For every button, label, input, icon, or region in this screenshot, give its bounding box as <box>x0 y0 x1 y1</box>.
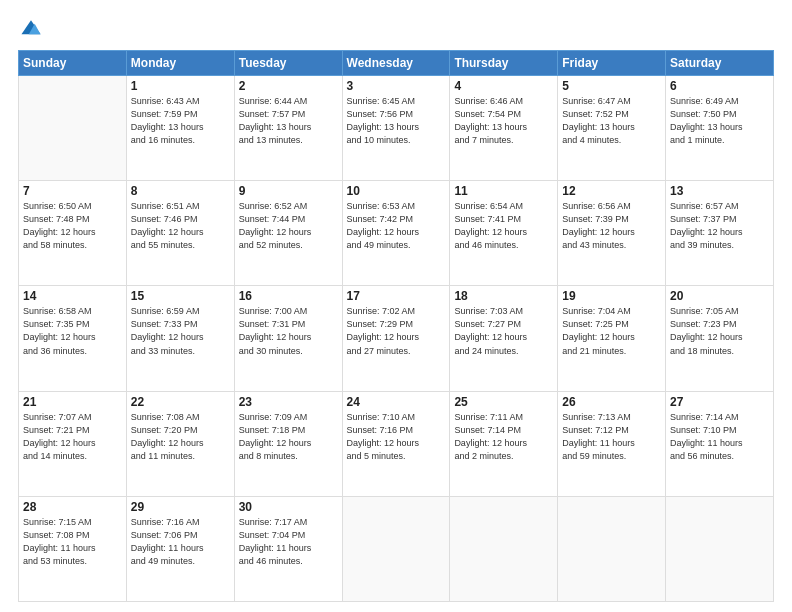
calendar-cell: 2Sunrise: 6:44 AM Sunset: 7:57 PM Daylig… <box>234 76 342 181</box>
day-number: 7 <box>23 184 122 198</box>
calendar-cell <box>342 496 450 601</box>
calendar-cell: 16Sunrise: 7:00 AM Sunset: 7:31 PM Dayli… <box>234 286 342 391</box>
weekday-header-tuesday: Tuesday <box>234 51 342 76</box>
day-info: Sunrise: 7:07 AM Sunset: 7:21 PM Dayligh… <box>23 411 122 463</box>
day-number: 25 <box>454 395 553 409</box>
day-number: 23 <box>239 395 338 409</box>
calendar-cell <box>558 496 666 601</box>
day-info: Sunrise: 6:47 AM Sunset: 7:52 PM Dayligh… <box>562 95 661 147</box>
calendar-cell: 14Sunrise: 6:58 AM Sunset: 7:35 PM Dayli… <box>19 286 127 391</box>
day-info: Sunrise: 6:50 AM Sunset: 7:48 PM Dayligh… <box>23 200 122 252</box>
day-number: 22 <box>131 395 230 409</box>
weekday-header-thursday: Thursday <box>450 51 558 76</box>
day-info: Sunrise: 6:59 AM Sunset: 7:33 PM Dayligh… <box>131 305 230 357</box>
calendar-cell <box>19 76 127 181</box>
week-row-2: 7Sunrise: 6:50 AM Sunset: 7:48 PM Daylig… <box>19 181 774 286</box>
calendar-cell <box>666 496 774 601</box>
calendar-cell: 12Sunrise: 6:56 AM Sunset: 7:39 PM Dayli… <box>558 181 666 286</box>
day-number: 14 <box>23 289 122 303</box>
calendar-cell: 9Sunrise: 6:52 AM Sunset: 7:44 PM Daylig… <box>234 181 342 286</box>
day-number: 13 <box>670 184 769 198</box>
weekday-header-saturday: Saturday <box>666 51 774 76</box>
day-number: 2 <box>239 79 338 93</box>
calendar-cell: 22Sunrise: 7:08 AM Sunset: 7:20 PM Dayli… <box>126 391 234 496</box>
calendar-cell: 25Sunrise: 7:11 AM Sunset: 7:14 PM Dayli… <box>450 391 558 496</box>
day-number: 17 <box>347 289 446 303</box>
day-number: 8 <box>131 184 230 198</box>
day-info: Sunrise: 7:11 AM Sunset: 7:14 PM Dayligh… <box>454 411 553 463</box>
day-info: Sunrise: 7:13 AM Sunset: 7:12 PM Dayligh… <box>562 411 661 463</box>
day-info: Sunrise: 6:53 AM Sunset: 7:42 PM Dayligh… <box>347 200 446 252</box>
day-info: Sunrise: 6:49 AM Sunset: 7:50 PM Dayligh… <box>670 95 769 147</box>
calendar-cell: 18Sunrise: 7:03 AM Sunset: 7:27 PM Dayli… <box>450 286 558 391</box>
calendar-cell: 13Sunrise: 6:57 AM Sunset: 7:37 PM Dayli… <box>666 181 774 286</box>
day-info: Sunrise: 7:14 AM Sunset: 7:10 PM Dayligh… <box>670 411 769 463</box>
day-number: 24 <box>347 395 446 409</box>
calendar-cell: 10Sunrise: 6:53 AM Sunset: 7:42 PM Dayli… <box>342 181 450 286</box>
day-number: 30 <box>239 500 338 514</box>
page: SundayMondayTuesdayWednesdayThursdayFrid… <box>0 0 792 612</box>
day-number: 29 <box>131 500 230 514</box>
day-number: 6 <box>670 79 769 93</box>
day-info: Sunrise: 7:04 AM Sunset: 7:25 PM Dayligh… <box>562 305 661 357</box>
calendar-cell: 5Sunrise: 6:47 AM Sunset: 7:52 PM Daylig… <box>558 76 666 181</box>
day-number: 28 <box>23 500 122 514</box>
day-info: Sunrise: 7:10 AM Sunset: 7:16 PM Dayligh… <box>347 411 446 463</box>
calendar-cell: 20Sunrise: 7:05 AM Sunset: 7:23 PM Dayli… <box>666 286 774 391</box>
day-info: Sunrise: 7:02 AM Sunset: 7:29 PM Dayligh… <box>347 305 446 357</box>
logo-icon <box>20 18 42 40</box>
day-number: 26 <box>562 395 661 409</box>
day-number: 10 <box>347 184 446 198</box>
day-number: 3 <box>347 79 446 93</box>
weekday-header-sunday: Sunday <box>19 51 127 76</box>
day-info: Sunrise: 7:17 AM Sunset: 7:04 PM Dayligh… <box>239 516 338 568</box>
day-info: Sunrise: 7:16 AM Sunset: 7:06 PM Dayligh… <box>131 516 230 568</box>
calendar-cell: 7Sunrise: 6:50 AM Sunset: 7:48 PM Daylig… <box>19 181 127 286</box>
day-info: Sunrise: 6:45 AM Sunset: 7:56 PM Dayligh… <box>347 95 446 147</box>
day-info: Sunrise: 6:46 AM Sunset: 7:54 PM Dayligh… <box>454 95 553 147</box>
day-info: Sunrise: 7:08 AM Sunset: 7:20 PM Dayligh… <box>131 411 230 463</box>
day-info: Sunrise: 6:51 AM Sunset: 7:46 PM Dayligh… <box>131 200 230 252</box>
header <box>18 18 774 44</box>
day-number: 5 <box>562 79 661 93</box>
week-row-3: 14Sunrise: 6:58 AM Sunset: 7:35 PM Dayli… <box>19 286 774 391</box>
calendar-cell: 8Sunrise: 6:51 AM Sunset: 7:46 PM Daylig… <box>126 181 234 286</box>
calendar-cell <box>450 496 558 601</box>
calendar-cell: 19Sunrise: 7:04 AM Sunset: 7:25 PM Dayli… <box>558 286 666 391</box>
calendar-cell: 30Sunrise: 7:17 AM Sunset: 7:04 PM Dayli… <box>234 496 342 601</box>
day-info: Sunrise: 7:09 AM Sunset: 7:18 PM Dayligh… <box>239 411 338 463</box>
week-row-4: 21Sunrise: 7:07 AM Sunset: 7:21 PM Dayli… <box>19 391 774 496</box>
calendar-cell: 17Sunrise: 7:02 AM Sunset: 7:29 PM Dayli… <box>342 286 450 391</box>
weekday-header-wednesday: Wednesday <box>342 51 450 76</box>
weekday-header-friday: Friday <box>558 51 666 76</box>
calendar-cell: 23Sunrise: 7:09 AM Sunset: 7:18 PM Dayli… <box>234 391 342 496</box>
day-info: Sunrise: 6:54 AM Sunset: 7:41 PM Dayligh… <box>454 200 553 252</box>
day-number: 1 <box>131 79 230 93</box>
day-number: 4 <box>454 79 553 93</box>
day-number: 12 <box>562 184 661 198</box>
day-info: Sunrise: 6:57 AM Sunset: 7:37 PM Dayligh… <box>670 200 769 252</box>
weekday-header-monday: Monday <box>126 51 234 76</box>
day-info: Sunrise: 6:56 AM Sunset: 7:39 PM Dayligh… <box>562 200 661 252</box>
calendar-cell: 27Sunrise: 7:14 AM Sunset: 7:10 PM Dayli… <box>666 391 774 496</box>
calendar-cell: 4Sunrise: 6:46 AM Sunset: 7:54 PM Daylig… <box>450 76 558 181</box>
day-info: Sunrise: 6:58 AM Sunset: 7:35 PM Dayligh… <box>23 305 122 357</box>
day-number: 15 <box>131 289 230 303</box>
day-info: Sunrise: 6:43 AM Sunset: 7:59 PM Dayligh… <box>131 95 230 147</box>
day-info: Sunrise: 7:00 AM Sunset: 7:31 PM Dayligh… <box>239 305 338 357</box>
calendar-cell: 29Sunrise: 7:16 AM Sunset: 7:06 PM Dayli… <box>126 496 234 601</box>
calendar-cell: 6Sunrise: 6:49 AM Sunset: 7:50 PM Daylig… <box>666 76 774 181</box>
day-number: 21 <box>23 395 122 409</box>
week-row-5: 28Sunrise: 7:15 AM Sunset: 7:08 PM Dayli… <box>19 496 774 601</box>
logo <box>18 18 42 44</box>
weekday-header-row: SundayMondayTuesdayWednesdayThursdayFrid… <box>19 51 774 76</box>
week-row-1: 1Sunrise: 6:43 AM Sunset: 7:59 PM Daylig… <box>19 76 774 181</box>
day-number: 27 <box>670 395 769 409</box>
calendar-cell: 26Sunrise: 7:13 AM Sunset: 7:12 PM Dayli… <box>558 391 666 496</box>
day-info: Sunrise: 7:05 AM Sunset: 7:23 PM Dayligh… <box>670 305 769 357</box>
calendar-cell: 1Sunrise: 6:43 AM Sunset: 7:59 PM Daylig… <box>126 76 234 181</box>
day-number: 18 <box>454 289 553 303</box>
day-number: 11 <box>454 184 553 198</box>
day-info: Sunrise: 6:44 AM Sunset: 7:57 PM Dayligh… <box>239 95 338 147</box>
calendar-cell: 15Sunrise: 6:59 AM Sunset: 7:33 PM Dayli… <box>126 286 234 391</box>
